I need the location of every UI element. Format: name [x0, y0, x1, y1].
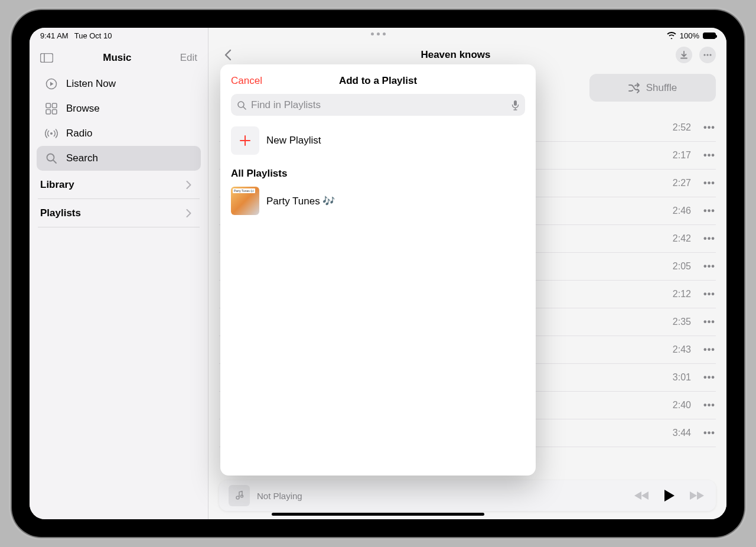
svg-rect-4 [53, 103, 57, 108]
edit-button[interactable]: Edit [180, 52, 197, 64]
svg-point-7 [50, 132, 53, 135]
playlist-artwork [231, 187, 259, 215]
svg-line-9 [54, 161, 57, 164]
svg-rect-16 [514, 100, 517, 106]
plus-icon [231, 126, 259, 155]
previous-button[interactable] [632, 486, 652, 506]
microphone-icon[interactable] [511, 100, 519, 110]
svg-rect-6 [53, 110, 57, 115]
sidebar-section-library[interactable]: Library [38, 171, 200, 199]
search-field[interactable] [231, 94, 525, 116]
add-to-playlist-dialog: Cancel Add to a Playlist New Playlist [220, 64, 536, 476]
chevron-right-icon [186, 209, 191, 217]
playlist-item[interactable]: Party Tunes 🎶 [220, 183, 536, 219]
search-input[interactable] [251, 99, 507, 111]
section-label: Playlists [40, 207, 81, 219]
grid-icon [45, 102, 58, 115]
sidebar-item-listen-now[interactable]: Listen Now [37, 71, 201, 96]
next-button[interactable] [686, 486, 706, 506]
radio-icon [45, 127, 58, 140]
play-button[interactable] [659, 486, 679, 506]
sidebar-item-label: Search [66, 152, 98, 164]
home-indicator[interactable] [272, 513, 484, 516]
all-playlists-heading: All Playlists [220, 164, 536, 183]
search-icon [45, 152, 58, 165]
now-playing-artwork [229, 485, 250, 506]
svg-rect-5 [46, 110, 51, 115]
ipad-frame: 9:41 AM Tue Oct 10 100% Music [12, 10, 744, 537]
play-circle-icon [45, 77, 58, 90]
new-playlist-label: New Playlist [266, 135, 321, 146]
sidebar-item-label: Listen Now [66, 78, 116, 90]
svg-line-15 [243, 107, 246, 109]
sidebar-item-search[interactable]: Search [37, 146, 201, 171]
new-playlist-button[interactable]: New Playlist [220, 116, 536, 164]
now-playing-bar[interactable]: Not Playing [219, 480, 716, 511]
sidebar-item-browse[interactable]: Browse [37, 96, 201, 121]
sidebar-item-label: Browse [66, 103, 100, 115]
sidebar-title: Music [54, 52, 180, 64]
sidebar-item-label: Radio [66, 128, 92, 139]
search-icon [237, 100, 246, 110]
screen: 9:41 AM Tue Oct 10 100% Music [30, 28, 726, 519]
playlist-name: Party Tunes 🎶 [266, 195, 335, 207]
sidebar-toggle-icon[interactable] [39, 51, 54, 64]
now-playing-label: Not Playing [257, 491, 625, 501]
svg-point-8 [47, 154, 54, 161]
sidebar-section-playlists[interactable]: Playlists [38, 199, 200, 227]
dialog-title: Add to a Playlist [220, 75, 536, 87]
svg-rect-0 [41, 54, 53, 63]
sidebar: Music Edit Listen Now Browse [30, 28, 208, 519]
chevron-right-icon [186, 181, 191, 189]
svg-rect-3 [46, 103, 51, 108]
sidebar-item-radio[interactable]: Radio [37, 121, 201, 146]
multitask-dots[interactable] [30, 32, 726, 35]
section-label: Library [40, 179, 74, 191]
cancel-button[interactable]: Cancel [231, 75, 262, 87]
